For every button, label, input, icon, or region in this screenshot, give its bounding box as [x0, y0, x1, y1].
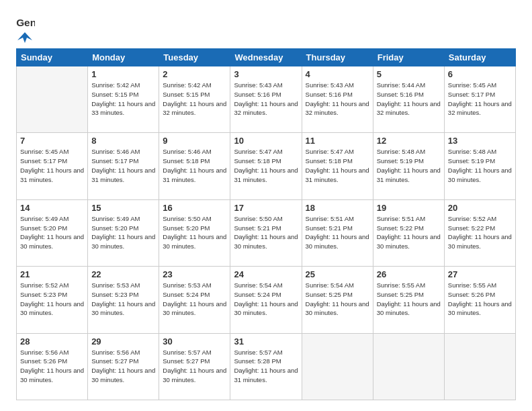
day-info: Sunrise: 5:50 AMSunset: 5:20 PMDaylight:…	[163, 214, 226, 251]
page: General SundayMondayTuesdayWednesdayThur…	[0, 0, 532, 411]
calendar-cell: 2 Sunrise: 5:42 AMSunset: 5:15 PMDayligh…	[159, 66, 230, 133]
day-info: Sunrise: 5:57 AMSunset: 5:27 PMDaylight:…	[163, 348, 226, 385]
day-info: Sunrise: 5:52 AMSunset: 5:22 PMDaylight:…	[448, 214, 512, 251]
day-info: Sunrise: 5:51 AMSunset: 5:22 PMDaylight:…	[377, 214, 441, 251]
day-info: Sunrise: 5:57 AMSunset: 5:28 PMDaylight:…	[234, 348, 298, 385]
day-info: Sunrise: 5:48 AMSunset: 5:19 PMDaylight:…	[377, 147, 441, 184]
calendar-cell	[17, 66, 88, 133]
calendar-cell	[373, 333, 444, 400]
day-number: 18	[306, 203, 369, 213]
calendar-cell: 3 Sunrise: 5:43 AMSunset: 5:16 PMDayligh…	[230, 66, 302, 133]
calendar-cell: 25 Sunrise: 5:54 AMSunset: 5:25 PMDaylig…	[302, 267, 373, 333]
day-info: Sunrise: 5:52 AMSunset: 5:23 PMDaylight:…	[20, 281, 84, 318]
calendar-header-friday: Friday	[373, 49, 444, 66]
day-number: 27	[448, 269, 512, 279]
day-info: Sunrise: 5:51 AMSunset: 5:21 PMDaylight:…	[306, 214, 369, 251]
calendar-cell: 10 Sunrise: 5:47 AMSunset: 5:18 PMDaylig…	[230, 133, 302, 199]
calendar-week-2: 7 Sunrise: 5:45 AMSunset: 5:17 PMDayligh…	[17, 133, 516, 199]
day-info: Sunrise: 5:47 AMSunset: 5:18 PMDaylight:…	[306, 147, 369, 184]
calendar-header-sunday: Sunday	[17, 49, 88, 66]
day-number: 8	[91, 136, 155, 146]
day-info: Sunrise: 5:42 AMSunset: 5:15 PMDaylight:…	[163, 81, 226, 118]
calendar-cell: 18 Sunrise: 5:51 AMSunset: 5:21 PMDaylig…	[302, 199, 373, 266]
day-number: 13	[448, 136, 512, 146]
calendar-header-saturday: Saturday	[444, 49, 515, 66]
calendar-cell: 13 Sunrise: 5:48 AMSunset: 5:19 PMDaylig…	[444, 133, 515, 199]
day-info: Sunrise: 5:47 AMSunset: 5:18 PMDaylight:…	[234, 147, 298, 184]
svg-marker-1	[17, 32, 32, 43]
calendar-cell: 26 Sunrise: 5:55 AMSunset: 5:25 PMDaylig…	[373, 267, 444, 333]
day-number: 23	[163, 269, 226, 279]
day-number: 25	[306, 269, 369, 279]
logo-bird-icon	[17, 31, 32, 43]
day-info: Sunrise: 5:45 AMSunset: 5:17 PMDaylight:…	[20, 147, 84, 184]
day-number: 14	[20, 203, 84, 213]
calendar-cell: 12 Sunrise: 5:48 AMSunset: 5:19 PMDaylig…	[373, 133, 444, 199]
day-number: 9	[163, 136, 226, 146]
day-info: Sunrise: 5:43 AMSunset: 5:16 PMDaylight:…	[306, 81, 369, 118]
day-number: 3	[234, 69, 298, 79]
logo: General	[16, 16, 35, 40]
day-info: Sunrise: 5:55 AMSunset: 5:26 PMDaylight:…	[448, 281, 512, 318]
calendar-cell: 16 Sunrise: 5:50 AMSunset: 5:20 PMDaylig…	[159, 199, 230, 266]
day-number: 1	[91, 69, 155, 79]
day-number: 26	[377, 269, 441, 279]
calendar-cell: 24 Sunrise: 5:54 AMSunset: 5:24 PMDaylig…	[230, 267, 302, 333]
day-number: 4	[306, 69, 369, 79]
day-number: 5	[377, 69, 441, 79]
calendar-week-5: 28 Sunrise: 5:56 AMSunset: 5:26 PMDaylig…	[17, 333, 516, 400]
day-info: Sunrise: 5:42 AMSunset: 5:15 PMDaylight:…	[91, 81, 155, 118]
calendar-cell: 6 Sunrise: 5:45 AMSunset: 5:17 PMDayligh…	[444, 66, 515, 133]
calendar-cell: 19 Sunrise: 5:51 AMSunset: 5:22 PMDaylig…	[373, 199, 444, 266]
day-number: 29	[91, 336, 155, 347]
day-info: Sunrise: 5:49 AMSunset: 5:20 PMDaylight:…	[20, 214, 84, 251]
day-info: Sunrise: 5:56 AMSunset: 5:26 PMDaylight:…	[20, 348, 84, 385]
calendar-cell: 23 Sunrise: 5:53 AMSunset: 5:24 PMDaylig…	[159, 267, 230, 333]
day-number: 7	[20, 136, 84, 146]
calendar-table: SundayMondayTuesdayWednesdayThursdayFrid…	[16, 48, 516, 400]
calendar-header-wednesday: Wednesday	[230, 49, 302, 66]
calendar-cell: 30 Sunrise: 5:57 AMSunset: 5:27 PMDaylig…	[159, 333, 230, 400]
day-info: Sunrise: 5:43 AMSunset: 5:16 PMDaylight:…	[234, 81, 298, 118]
calendar-cell: 20 Sunrise: 5:52 AMSunset: 5:22 PMDaylig…	[444, 199, 515, 266]
calendar-cell: 17 Sunrise: 5:50 AMSunset: 5:21 PMDaylig…	[230, 199, 302, 266]
day-number: 19	[377, 203, 441, 213]
calendar-cell: 21 Sunrise: 5:52 AMSunset: 5:23 PMDaylig…	[17, 267, 88, 333]
calendar-header-monday: Monday	[88, 49, 159, 66]
day-info: Sunrise: 5:54 AMSunset: 5:24 PMDaylight:…	[234, 281, 298, 318]
day-info: Sunrise: 5:46 AMSunset: 5:18 PMDaylight:…	[163, 147, 226, 184]
day-info: Sunrise: 5:50 AMSunset: 5:21 PMDaylight:…	[234, 214, 298, 251]
calendar-week-1: 1 Sunrise: 5:42 AMSunset: 5:15 PMDayligh…	[17, 66, 516, 133]
calendar-cell: 15 Sunrise: 5:49 AMSunset: 5:20 PMDaylig…	[88, 199, 159, 266]
calendar-cell: 9 Sunrise: 5:46 AMSunset: 5:18 PMDayligh…	[159, 133, 230, 199]
day-number: 16	[163, 203, 226, 213]
calendar-cell: 1 Sunrise: 5:42 AMSunset: 5:15 PMDayligh…	[88, 66, 159, 133]
day-info: Sunrise: 5:48 AMSunset: 5:19 PMDaylight:…	[448, 147, 512, 184]
calendar-cell: 27 Sunrise: 5:55 AMSunset: 5:26 PMDaylig…	[444, 267, 515, 333]
day-number: 2	[163, 69, 226, 79]
calendar-cell: 14 Sunrise: 5:49 AMSunset: 5:20 PMDaylig…	[17, 199, 88, 266]
day-info: Sunrise: 5:53 AMSunset: 5:23 PMDaylight:…	[91, 281, 155, 318]
calendar-cell: 11 Sunrise: 5:47 AMSunset: 5:18 PMDaylig…	[302, 133, 373, 199]
day-number: 15	[91, 203, 155, 213]
svg-text:General: General	[16, 17, 35, 28]
calendar-cell: 22 Sunrise: 5:53 AMSunset: 5:23 PMDaylig…	[88, 267, 159, 333]
day-number: 22	[91, 269, 155, 279]
day-info: Sunrise: 5:56 AMSunset: 5:27 PMDaylight:…	[91, 348, 155, 385]
header: General	[16, 13, 516, 40]
day-info: Sunrise: 5:49 AMSunset: 5:20 PMDaylight:…	[91, 214, 155, 251]
day-number: 21	[20, 269, 84, 279]
calendar-week-4: 21 Sunrise: 5:52 AMSunset: 5:23 PMDaylig…	[17, 267, 516, 333]
day-number: 12	[377, 136, 441, 146]
day-info: Sunrise: 5:46 AMSunset: 5:17 PMDaylight:…	[91, 147, 155, 184]
day-info: Sunrise: 5:45 AMSunset: 5:17 PMDaylight:…	[448, 81, 512, 118]
day-info: Sunrise: 5:54 AMSunset: 5:25 PMDaylight:…	[306, 281, 369, 318]
day-number: 30	[163, 336, 226, 347]
day-number: 24	[234, 269, 298, 279]
calendar-cell: 8 Sunrise: 5:46 AMSunset: 5:17 PMDayligh…	[88, 133, 159, 199]
day-info: Sunrise: 5:44 AMSunset: 5:16 PMDaylight:…	[377, 81, 441, 118]
calendar-header-thursday: Thursday	[302, 49, 373, 66]
calendar-cell: 28 Sunrise: 5:56 AMSunset: 5:26 PMDaylig…	[17, 333, 88, 400]
day-number: 20	[448, 203, 512, 213]
calendar-cell	[444, 333, 515, 400]
